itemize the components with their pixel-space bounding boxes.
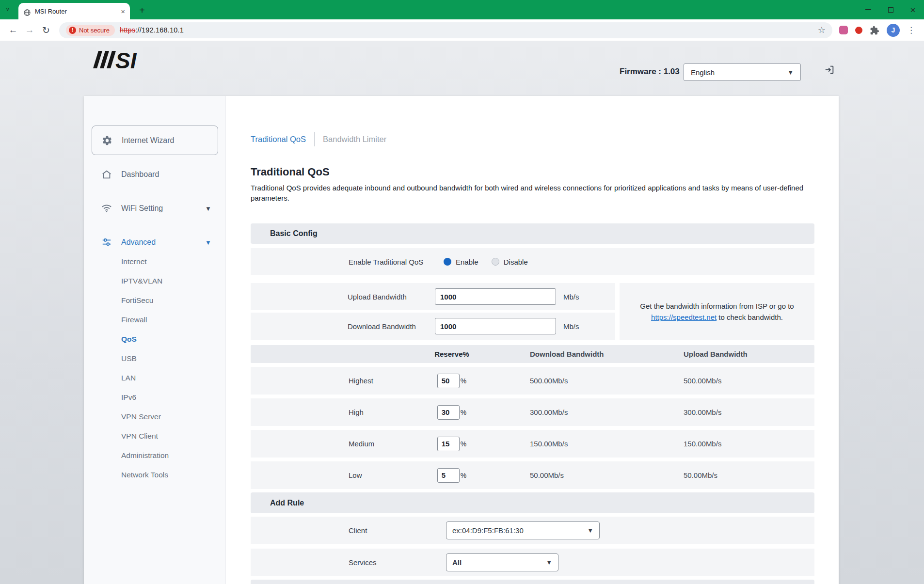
qos-row-high: High % 300.00Mb/s 300.00Mb/s	[251, 398, 814, 426]
tab-bandwidth-limiter[interactable]: Bandwidth Limiter	[315, 135, 386, 144]
download-bandwidth-row: Download Bandwidth Mb/s	[251, 313, 615, 340]
not-secure-badge[interactable]: ! Not secure	[66, 25, 115, 36]
chevron-down-icon: ▼	[587, 527, 593, 534]
advanced-submenu: Internet IPTV&VLAN FortiSecu Firewall Qo…	[84, 252, 225, 485]
extensions-puzzle-icon[interactable]	[870, 25, 879, 35]
reserve-input-high[interactable]	[437, 405, 460, 420]
profile-avatar[interactable]: J	[887, 24, 900, 37]
sidebar-item-internet-wizard[interactable]: Internet Wizard	[92, 126, 218, 155]
chevron-down-icon: ▼	[546, 559, 552, 566]
sidebar-item-label: WiFi Setting	[121, 204, 163, 213]
note-text: Get the bandwidth information from ISP o…	[640, 302, 794, 310]
upload-value: 300.00Mb/s	[643, 408, 814, 416]
sidebar-item-dashboard[interactable]: Dashboard	[84, 165, 225, 184]
back-button[interactable]: ←	[5, 22, 21, 38]
new-tab-button[interactable]: +	[136, 4, 148, 16]
tab-close-icon[interactable]: ×	[121, 8, 125, 15]
sidebar-item-label: Advanced	[121, 238, 156, 247]
reserve-input-medium[interactable]	[437, 437, 460, 451]
disable-radio-option[interactable]: Disable	[492, 258, 528, 266]
sidebar-item-ipv6[interactable]: IPv6	[84, 388, 225, 407]
tab-title: MSI Router	[35, 8, 117, 15]
globe-favicon-icon	[23, 7, 31, 15]
close-icon: ×	[910, 5, 915, 15]
percent-sign: %	[461, 409, 466, 416]
sidebar-item-iptv-vlan[interactable]: IPTV&VLAN	[84, 271, 225, 291]
sidebar-item-fortisecu[interactable]: FortiSecu	[84, 291, 225, 310]
window-close-button[interactable]: ×	[902, 0, 924, 19]
qos-row-low: Low % 50.00Mb/s 50.00Mb/s	[251, 461, 814, 489]
upload-column-header: Upload Bandwidth	[643, 350, 814, 358]
reserve-column-header: Reserve%	[415, 350, 488, 358]
client-select[interactable]: ex:04:D9:F5:FB:61:30 ▼	[446, 521, 600, 539]
sidebar-item-usb[interactable]: USB	[84, 349, 225, 368]
language-select[interactable]: English ▼	[684, 63, 801, 81]
reserve-input-low[interactable]	[437, 468, 460, 483]
bookmark-star-icon[interactable]: ☆	[818, 25, 826, 35]
sidebar-item-qos[interactable]: QoS	[84, 330, 225, 349]
chevron-down-icon[interactable]: ▼	[205, 205, 211, 212]
sidebar-item-lan[interactable]: LAN	[84, 368, 225, 388]
forward-button[interactable]: →	[21, 22, 38, 38]
sidebar-item-administration[interactable]: Administration	[84, 446, 225, 465]
enable-radio-option[interactable]: Enable	[444, 258, 478, 266]
home-icon	[101, 169, 112, 180]
radio-selected-icon[interactable]	[444, 258, 451, 266]
language-value: English	[691, 68, 715, 77]
percent-sign: %	[461, 440, 466, 448]
sidebar-item-wifi-setting[interactable]: WiFi Setting ▼	[84, 199, 225, 218]
msi-logo: SI	[90, 49, 148, 72]
sidebar-item-advanced[interactable]: Advanced ▼	[84, 233, 225, 252]
client-select-value: ex:04:D9:F5:FB:61:30	[452, 526, 524, 535]
wifi-icon	[101, 203, 112, 214]
red-extension-icon[interactable]	[855, 27, 862, 34]
tab-traditional-qos[interactable]: Traditional QoS	[251, 135, 314, 144]
minimize-button[interactable]	[857, 0, 879, 19]
enable-qos-row: Enable Traditional QoS Enable Disable	[251, 248, 814, 275]
client-label: Client	[349, 526, 446, 535]
download-value: 500.00Mb/s	[488, 377, 643, 385]
logout-button[interactable]	[824, 64, 839, 79]
upload-value: 150.00Mb/s	[643, 440, 814, 448]
maximize-button[interactable]	[879, 0, 902, 19]
url-host: ://192.168.10.1	[135, 26, 184, 34]
note-tail: to check bandwidth.	[717, 313, 783, 321]
download-bandwidth-input[interactable]	[435, 318, 556, 334]
priority-label: Medium	[251, 440, 415, 448]
chevron-down-icon[interactable]: ˅	[6, 6, 10, 13]
address-bar[interactable]: ! Not secure https://192.168.10.1 ☆	[59, 22, 832, 38]
qos-tabs: Traditional QoS Bandwidth Limiter	[251, 131, 814, 147]
speedtest-link[interactable]: https://speedtest.net	[651, 313, 717, 321]
download-value: 50.00Mb/s	[488, 471, 643, 479]
reserve-input-highest[interactable]	[437, 374, 460, 388]
sidebar-item-internet[interactable]: Internet	[84, 252, 225, 271]
services-label: Services	[349, 558, 446, 567]
sidebar-item-firewall[interactable]: Firewall	[84, 310, 225, 330]
logout-icon	[824, 64, 839, 79]
warning-icon: !	[69, 27, 76, 34]
browser-titlebar: ˅ MSI Router × + ×	[0, 0, 924, 19]
download-bandwidth-label: Download Bandwidth	[348, 322, 435, 331]
sidebar-item-vpn-client[interactable]: VPN Client	[84, 426, 225, 446]
upload-bandwidth-label: Upload Bandwidth	[348, 293, 435, 301]
refresh-button[interactable]: ↻	[38, 22, 54, 38]
isp-bandwidth-note: Get the bandwidth information from ISP o…	[620, 283, 814, 340]
radio-unselected-icon[interactable]	[492, 258, 499, 266]
browser-menu-icon[interactable]: ⋮	[907, 25, 915, 35]
sidebar-item-network-tools[interactable]: Network Tools	[84, 465, 225, 485]
priority-label: Highest	[251, 377, 415, 385]
minimize-icon	[865, 9, 871, 10]
services-select[interactable]: All ▼	[446, 553, 558, 571]
services-select-value: All	[452, 558, 462, 567]
client-row: Client ex:04:D9:F5:FB:61:30 ▼	[251, 517, 814, 544]
page-title: Traditional QoS	[251, 166, 814, 178]
firmware-label: Firmware : 1.03	[620, 67, 680, 77]
browser-tab[interactable]: MSI Router ×	[18, 3, 130, 19]
pink-extension-icon[interactable]	[839, 26, 848, 34]
sidebar-item-vpn-server[interactable]: VPN Server	[84, 407, 225, 426]
url-scheme: https	[120, 26, 135, 34]
download-unit-label: Mb/s	[563, 322, 579, 331]
upload-bandwidth-input[interactable]	[435, 288, 556, 305]
router-page: SI Firmware : 1.03 English ▼ Internet Wi…	[0, 41, 924, 584]
chevron-down-icon[interactable]: ▼	[205, 239, 211, 246]
